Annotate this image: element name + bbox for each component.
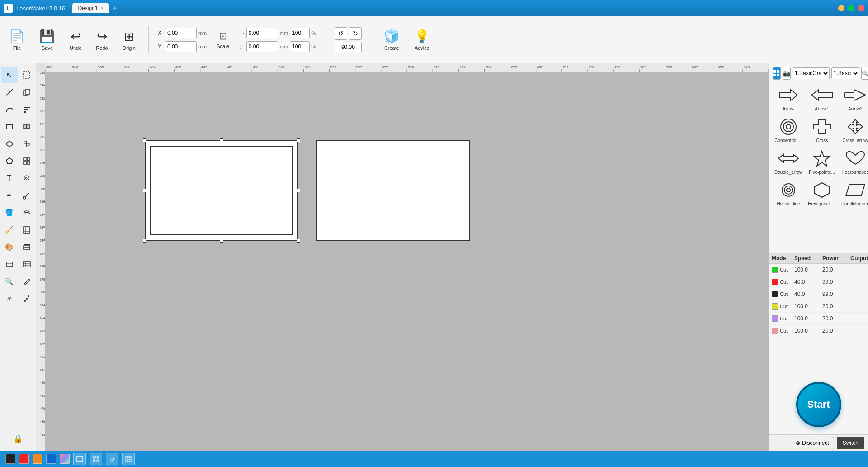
create-btn[interactable]: 🧊 Create	[380, 26, 403, 53]
shape-five-pointed[interactable]: Five-pointe...	[806, 147, 838, 176]
canvas-area[interactable]: // Render ruler marks via JS below 30834…	[36, 63, 769, 451]
handle-br[interactable]	[297, 239, 300, 243]
text-tool-btn[interactable]: T	[1, 170, 18, 186]
close-btn[interactable]	[858, 5, 864, 11]
start-btn[interactable]: Start	[796, 382, 841, 427]
color-black[interactable]	[5, 454, 15, 464]
eraser-tool-btn[interactable]: 🧹	[1, 222, 18, 238]
svg-rect-158	[777, 70, 779, 73]
align-tool-btn[interactable]	[19, 101, 35, 118]
shape-camera-btn[interactable]: 📷	[783, 67, 791, 80]
y-input[interactable]	[165, 41, 197, 52]
handle-tl[interactable]	[143, 138, 146, 142]
curve-tool-btn[interactable]	[1, 101, 18, 118]
shape-heart[interactable]: Heart-shaped	[840, 147, 868, 176]
shape-dropdown-1[interactable]: 1.BasicGra	[793, 67, 830, 79]
minimize-btn[interactable]	[838, 5, 844, 11]
color-multi[interactable]	[60, 454, 70, 464]
shape-cross-arrow[interactable]: Cross_arrow	[840, 115, 868, 145]
layer-row-1[interactable]: Cut 40.0 99.0 👁	[769, 276, 868, 288]
polygon-tool-btn[interactable]	[1, 153, 18, 169]
save-btn[interactable]: 💾 Save	[36, 26, 59, 53]
grid-bottom-btn[interactable]	[122, 453, 135, 465]
path-tool-btn[interactable]	[19, 187, 35, 204]
fill-tool-btn[interactable]: 🪣	[1, 205, 18, 221]
origin-btn[interactable]: ⊞ Origin	[119, 26, 139, 53]
shape-hexagonal[interactable]: Hexagonal_...	[806, 178, 838, 208]
star-tool-btn[interactable]: ✳	[1, 291, 18, 307]
canvas[interactable]	[45, 72, 769, 451]
rotate-cw-btn[interactable]: ↻	[349, 27, 362, 40]
shape-selected-container[interactable]	[145, 140, 298, 241]
layer-row-3[interactable]: Cut 100.0 20.0 👁	[769, 300, 868, 313]
edit-tool-btn[interactable]	[19, 273, 35, 290]
layer-row-5[interactable]: Cut 100.0 20.0 👁	[769, 325, 868, 337]
switch-btn[interactable]: Switch	[837, 437, 864, 449]
grid2-tool-btn[interactable]	[19, 222, 35, 238]
scale-btn[interactable]: ⊡ Scale	[214, 29, 232, 50]
shape-view-btn[interactable]	[773, 67, 781, 80]
maximize-btn[interactable]	[848, 5, 854, 11]
layers-tool-btn[interactable]	[1, 256, 18, 272]
shape-helical[interactable]: Helical_line	[773, 178, 804, 208]
design-tab[interactable]: Design1 ×	[72, 3, 108, 13]
handle-ml[interactable]	[143, 189, 146, 192]
engrave-tool-btn[interactable]	[19, 205, 35, 221]
shape-arrow1[interactable]: Arrow1	[806, 83, 838, 113]
tab-close-btn[interactable]: ×	[100, 5, 103, 11]
shape-cross[interactable]: Cross	[806, 115, 838, 145]
gradient-tool-btn[interactable]: 🎨	[1, 239, 18, 255]
shape-parallelogram[interactable]: Parallelogram	[840, 178, 868, 208]
select-all-btn[interactable]	[90, 453, 102, 465]
copy-tool-btn[interactable]	[19, 84, 35, 100]
select-tool-btn[interactable]: ↖	[1, 67, 18, 83]
rect-tool-btn[interactable]	[1, 119, 18, 135]
tab-add-btn[interactable]: +	[113, 3, 118, 13]
w-input[interactable]	[246, 28, 278, 38]
layer-row-0[interactable]: Cut 100.0 20.0 👁	[769, 264, 868, 276]
layers2-tool-btn[interactable]	[19, 239, 35, 255]
x-input[interactable]	[165, 28, 197, 38]
advice-btn[interactable]: 💡 Advice	[410, 26, 434, 53]
copy2-tool-btn[interactable]	[19, 119, 35, 135]
shape-concentric[interactable]: Concentric_...	[773, 115, 804, 145]
handle-mr[interactable]	[297, 189, 300, 192]
handle-bl[interactable]	[143, 239, 146, 243]
rotate-value-input[interactable]	[335, 42, 362, 52]
pen-tool-btn[interactable]: ✒	[1, 187, 18, 204]
color-red[interactable]	[19, 454, 29, 464]
refresh-btn[interactable]: ↺	[106, 453, 118, 465]
h-pct-input[interactable]	[290, 41, 310, 52]
handle-tm[interactable]	[220, 138, 223, 142]
disconnect-btn[interactable]: ⊗ Disconnect	[791, 437, 834, 449]
frame-btn[interactable]	[73, 453, 86, 465]
layer-row-4[interactable]: Cut 100.0 20.0 👁	[769, 313, 868, 325]
shape-search-btn[interactable]: 🔍	[861, 67, 868, 80]
node-tool-btn[interactable]	[19, 67, 35, 83]
handle-tr[interactable]	[297, 138, 300, 142]
dots-tool-btn[interactable]	[19, 291, 35, 307]
undo-btn[interactable]: ↩ Undo	[66, 26, 85, 53]
lock-btn[interactable]: 🔒	[10, 431, 26, 447]
layer-row-2[interactable]: Cut 40.0 99.0 👁	[769, 288, 868, 300]
trace-tool-btn[interactable]: 🔍	[1, 273, 18, 290]
shape-arrow2[interactable]: Arrow2	[840, 83, 868, 113]
shape-dropdown-2[interactable]: 1.Basic	[831, 67, 859, 79]
file-btn[interactable]: 📄 File	[5, 26, 28, 53]
color-orange[interactable]	[33, 454, 42, 464]
table-tool-btn[interactable]	[19, 256, 35, 272]
shape-unselected[interactable]	[316, 140, 470, 241]
h-input[interactable]	[246, 41, 278, 52]
color-blue[interactable]	[46, 454, 56, 464]
mirror-tool-btn[interactable]	[19, 170, 35, 186]
grid-tool-btn[interactable]	[19, 153, 35, 169]
rotate-ccw-btn[interactable]: ↺	[335, 27, 347, 40]
line-tool-btn[interactable]	[1, 84, 18, 100]
w-pct-input[interactable]	[290, 28, 310, 38]
align2-tool-btn[interactable]	[19, 136, 35, 152]
ellipse-tool-btn[interactable]	[1, 136, 18, 152]
redo-btn[interactable]: ↪ Redo	[92, 26, 111, 53]
shape-arrow[interactable]: Arrow	[773, 83, 804, 113]
shape-double-arrow[interactable]: Double_arrow	[773, 147, 804, 176]
handle-bm[interactable]	[220, 239, 223, 243]
